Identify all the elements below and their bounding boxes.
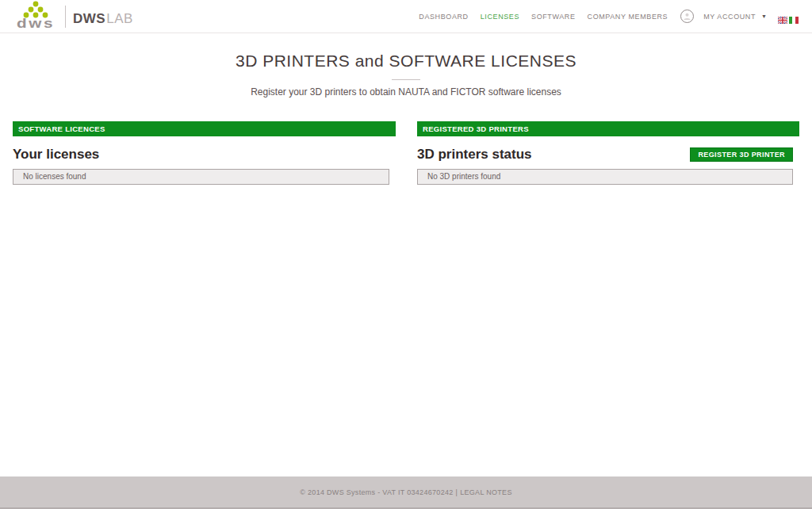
registered-printers-panel-bar: REGISTERED 3D PRINTERS [417,121,799,136]
svg-text:dws: dws [17,17,55,30]
footer-text: © 2014 DWS Systems - VAT IT 03424670242|… [300,488,511,496]
logo-wordmark: DWSLAB [73,11,133,27]
copyright-text: © 2014 DWS Systems - VAT IT 03424670242 [300,488,453,496]
logo-divider [65,6,66,28]
nav-dashboard[interactable]: DASHBOARD [419,13,468,21]
panels-row: SOFTWARE LICENCES Your licenses No licen… [0,121,812,185]
uk-flag-icon[interactable] [778,13,787,20]
logo-suffix-text: LAB [106,11,133,26]
nav-licenses[interactable]: LICENSES [481,13,519,21]
register-3d-printer-button[interactable]: REGISTER 3D PRINTER [690,147,793,162]
title-divider [392,79,420,80]
dws-logo-mark-icon: dws [11,0,60,33]
licenses-empty-message: No licenses found [13,169,389,185]
main-content: 3D PRINTERS and SOFTWARE LICENSES Regist… [0,33,812,476]
licenses-heading: Your licenses [13,146,99,163]
legal-notes-link[interactable]: LEGAL NOTES [460,488,512,496]
software-licenses-panel-bar: SOFTWARE LICENCES [13,121,396,136]
dws-logo[interactable]: dws DWSLAB [11,0,133,33]
registered-printers-panel: REGISTERED 3D PRINTERS 3D printers statu… [417,121,799,185]
chevron-down-icon: ▼ [761,13,767,19]
logo-brand-text: DWS [73,11,105,26]
nav-company-members[interactable]: COMPANY MEMBERS [588,13,668,21]
language-switcher [778,13,799,20]
main-nav: DASHBOARD LICENSES SOFTWARE COMPANY MEMB… [407,10,799,23]
software-licenses-panel: SOFTWARE LICENCES Your licenses No licen… [13,121,396,185]
page-subtitle: Register your 3D printers to obtain NAUT… [0,86,812,98]
my-account-label: MY ACCOUNT [703,13,756,21]
printers-empty-message: No 3D printers found [417,169,793,185]
page-footer: © 2014 DWS Systems - VAT IT 03424670242|… [0,476,812,509]
page-title: 3D PRINTERS and SOFTWARE LICENSES [0,51,812,71]
top-header: dws DWSLAB DASHBOARD LICENSES SOFTWARE C… [0,0,812,33]
nav-software[interactable]: SOFTWARE [531,13,575,21]
my-account-menu[interactable]: MY ACCOUNT ▼ [703,13,767,21]
italy-flag-icon[interactable] [789,13,799,20]
printers-status-heading: 3D printers status [417,146,532,163]
footer-separator: | [456,488,458,496]
user-avatar-icon[interactable] [680,10,694,23]
